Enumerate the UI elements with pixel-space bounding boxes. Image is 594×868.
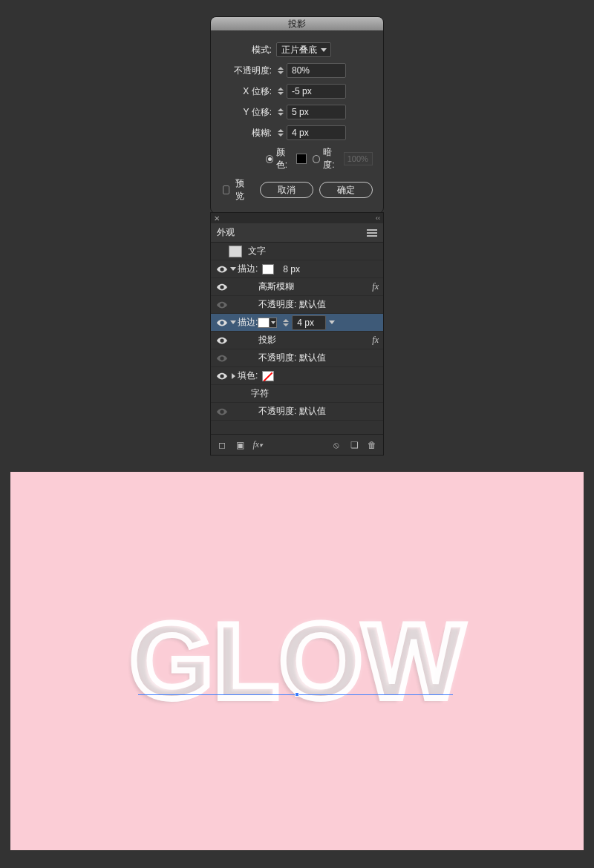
selection-handle[interactable] <box>295 692 299 697</box>
stroke1-swatch[interactable] <box>262 264 274 274</box>
text-label: 文字 <box>248 245 266 257</box>
chevron-down-icon[interactable] <box>327 320 336 324</box>
darkness-label: 暗度: <box>323 146 341 171</box>
trash-icon[interactable]: 🗑 <box>367 440 377 450</box>
appearance-panel: ✕ ‹‹ 外观 文字 描边: 8 px 高斯模糊 fx 不透明度: 默认值 描边… <box>210 212 384 456</box>
gaussian-blur-label: 高斯模糊 <box>229 280 294 293</box>
stroke2-size-stepper[interactable]: 4 px <box>281 315 326 330</box>
appearance-opacity-row-3[interactable]: 不透明度: 默认值 <box>211 403 383 421</box>
visibility-dim-icon[interactable] <box>215 408 229 415</box>
appearance-text-row[interactable]: 文字 <box>211 243 383 260</box>
chevron-down-icon[interactable] <box>229 320 238 324</box>
artboard[interactable]: GLOW <box>10 472 584 850</box>
stepper-arrows-icon[interactable] <box>276 84 285 99</box>
dialog-title: 投影 <box>211 17 383 30</box>
appearance-characters-row[interactable]: 字符 <box>211 385 383 403</box>
appearance-fill-row[interactable]: 填色: <box>211 367 383 385</box>
color-label: 颜色: <box>276 146 294 171</box>
mode-label: 模式: <box>221 44 276 56</box>
preview-label: 预览 <box>235 177 248 203</box>
panel-header: 外观 <box>211 223 383 243</box>
chevron-down-icon[interactable] <box>229 267 238 271</box>
stroke2-label: 描边: <box>238 316 258 329</box>
panel-footer: ◻ ▣ fx▾ ⦸ ❏ 🗑 <box>211 434 383 455</box>
stepper-arrows-icon[interactable] <box>276 125 285 140</box>
stroke2-swatch[interactable] <box>258 318 277 328</box>
mode-select[interactable]: 正片叠底 <box>276 42 331 57</box>
opacity-input[interactable]: 80% <box>287 63 346 78</box>
new-fill-icon[interactable]: ▣ <box>235 440 245 450</box>
blur-spinner[interactable]: 4 px <box>276 125 346 140</box>
visibility-icon[interactable] <box>215 266 229 273</box>
xoffset-input[interactable]: -5 px <box>287 84 346 99</box>
fx-menu-icon[interactable]: fx▾ <box>252 440 263 450</box>
appearance-stroke-row-2[interactable]: 描边: 4 px <box>211 314 383 332</box>
blur-input[interactable]: 4 px <box>287 125 346 140</box>
opacity-label: 不透明度: <box>221 65 276 77</box>
new-stroke-icon[interactable]: ◻ <box>217 440 227 450</box>
darkness-radio[interactable] <box>313 155 320 163</box>
color-swatch[interactable] <box>296 154 307 164</box>
fx-icon[interactable]: fx <box>372 281 379 292</box>
shadow-label: 投影 <box>229 334 276 346</box>
clear-icon[interactable]: ⦸ <box>331 440 342 450</box>
panel-menu-icon[interactable] <box>367 229 377 237</box>
drop-shadow-dialog: 投影 模式: 正片叠底 不透明度: 80% X 位移: -5 px Y 位移: <box>210 16 384 214</box>
panel-tab-strip: ✕ ‹‹ <box>211 213 383 223</box>
stroke1-size: 8 px <box>283 264 300 274</box>
chevron-right-icon[interactable] <box>229 373 238 379</box>
visibility-icon[interactable] <box>215 337 229 344</box>
blur-label: 模糊: <box>221 127 276 139</box>
no-fill-swatch[interactable] <box>262 371 274 381</box>
visibility-dim-icon[interactable] <box>215 301 229 309</box>
appearance-gaussian-row[interactable]: 高斯模糊 fx <box>211 278 383 296</box>
fill-label: 填色: <box>238 369 258 382</box>
xoffset-spinner[interactable]: -5 px <box>276 84 346 99</box>
cancel-button[interactable]: 取消 <box>260 182 313 198</box>
close-icon[interactable]: ✕ <box>214 214 220 223</box>
appearance-opacity-row-1[interactable]: 不透明度: 默认值 <box>211 296 383 314</box>
stepper-arrows-icon[interactable] <box>276 105 285 119</box>
glow-text[interactable]: GLOW <box>129 599 464 723</box>
appearance-tab[interactable]: 外观 <box>217 226 235 239</box>
opacity-default-label: 不透明度: 默认值 <box>229 352 326 364</box>
stepper-arrows-icon[interactable] <box>281 315 290 330</box>
appearance-opacity-row-2[interactable]: 不透明度: 默认值 <box>211 349 383 367</box>
visibility-icon[interactable] <box>215 372 229 380</box>
visibility-dim-icon[interactable] <box>215 355 229 362</box>
stroke2-size[interactable]: 4 px <box>292 315 326 330</box>
preview-checkbox[interactable] <box>223 185 229 194</box>
appearance-stroke-row-1[interactable]: 描边: 8 px <box>211 260 383 278</box>
opacity-default-label: 不透明度: 默认值 <box>229 298 326 311</box>
opacity-spinner[interactable]: 80% <box>276 63 346 78</box>
collapse-icon[interactable]: ‹‹ <box>376 214 380 222</box>
stepper-arrows-icon[interactable] <box>276 63 285 78</box>
yoffset-input[interactable]: 5 px <box>287 105 346 119</box>
darkness-value: 100% <box>344 152 373 165</box>
yoffset-label: Y 位移: <box>221 106 276 119</box>
ok-button[interactable]: 确定 <box>319 182 373 198</box>
xoffset-label: X 位移: <box>221 85 276 98</box>
color-radio[interactable] <box>266 155 273 163</box>
visibility-icon[interactable] <box>215 283 229 291</box>
text-thumb-icon <box>229 246 242 257</box>
visibility-icon[interactable] <box>215 319 229 326</box>
duplicate-icon[interactable]: ❏ <box>349 440 359 450</box>
appearance-shadow-row[interactable]: 投影 fx <box>211 332 383 349</box>
mode-value: 正片叠底 <box>281 44 317 56</box>
fx-icon[interactable]: fx <box>372 335 379 346</box>
opacity-default-label: 不透明度: 默认值 <box>229 405 326 418</box>
stroke1-label: 描边: <box>238 263 258 275</box>
yoffset-spinner[interactable]: 5 px <box>276 105 346 119</box>
characters-label: 字符 <box>229 387 269 400</box>
